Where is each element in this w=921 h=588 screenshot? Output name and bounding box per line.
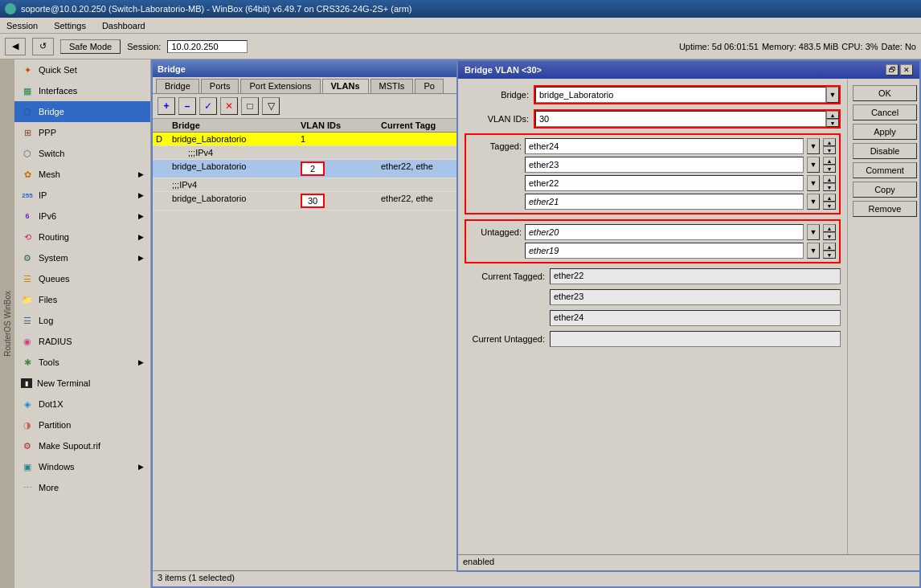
sidebar-item-mesh[interactable]: ✿ Mesh ▶ <box>14 164 150 185</box>
untagged-down-2[interactable]: ▼ <box>823 251 836 259</box>
interfaces-icon: ▦ <box>21 84 34 97</box>
untagged-down-1[interactable]: ▼ <box>823 232 836 240</box>
tab-vlans[interactable]: VLANs <box>322 79 369 93</box>
routing-icon: ⟲ <box>21 231 34 243</box>
filter-button[interactable]: ▽ <box>262 97 280 115</box>
dialog-restore-button[interactable]: 🗗 <box>886 64 898 76</box>
sidebar-item-make[interactable]: ⚙ Make Supout.rif <box>14 435 150 456</box>
tab-port-extensions[interactable]: Port Extensions <box>240 79 320 93</box>
tagged-down-2[interactable]: ▼ <box>823 165 836 173</box>
add-button[interactable]: + <box>158 97 175 115</box>
check-button[interactable]: ✓ <box>199 97 217 115</box>
cpu-text: CPU: 3% <box>841 42 878 51</box>
disable-button[interactable]: Disable <box>853 143 917 159</box>
queues-icon: ☰ <box>21 272 34 285</box>
untagged-up-2[interactable]: ▲ <box>823 243 836 251</box>
current-tagged-value-3: ether24 <box>550 310 841 326</box>
status-bar-top: Uptime: 5d 06:01:51 Memory: 483.5 MiB CP… <box>679 42 916 51</box>
tagged-up-3[interactable]: ▲ <box>823 175 836 183</box>
tagged-up-2[interactable]: ▲ <box>823 157 836 165</box>
sidebar-item-log[interactable]: ☰ Log <box>14 310 150 331</box>
sidebar-item-tools[interactable]: ✱ Tools ▶ <box>14 352 150 373</box>
vlan-ids-field-label: VLAN IDs: <box>465 114 529 124</box>
remove-button[interactable]: – <box>178 97 196 115</box>
untagged-up-1[interactable]: ▲ <box>823 224 836 232</box>
tagged-spinners-1: ▲ ▼ <box>823 138 836 154</box>
menu-session[interactable]: Session <box>3 20 41 31</box>
bridge-field-dropdown-button[interactable]: ▼ <box>826 87 839 103</box>
tab-po[interactable]: Po <box>415 79 443 93</box>
menu-settings[interactable]: Settings <box>51 20 89 31</box>
sidebar-item-bridge[interactable]: ⬡ Bridge <box>14 101 150 122</box>
sidebar-item-ppp[interactable]: ⊞ PPP <box>14 122 150 143</box>
menu-dashboard[interactable]: Dashboard <box>99 20 149 31</box>
windows-arrow-icon: ▶ <box>138 463 144 471</box>
terminal-icon: ▮ <box>21 378 32 388</box>
cancel-button[interactable]: Cancel <box>853 104 917 120</box>
tab-ports[interactable]: Ports <box>201 79 239 93</box>
tagged-up-4[interactable]: ▲ <box>823 194 836 202</box>
sidebar-item-files[interactable]: 📁 Files <box>14 289 150 310</box>
apply-button[interactable]: Apply <box>853 124 917 140</box>
untagged-dropdown-1[interactable]: ▼ <box>807 224 820 240</box>
sidebar-item-switch[interactable]: ⬡ Switch <box>14 143 150 164</box>
row2-flag <box>172 148 188 157</box>
sidebar-item-ipv6[interactable]: 6 IPv6 ▶ <box>14 206 150 227</box>
sidebar-item-more[interactable]: ⋯ More <box>14 477 150 498</box>
tagged-dropdown-2[interactable]: ▼ <box>807 157 820 173</box>
sidebar-label-switch: Switch <box>39 149 64 158</box>
tagged-row-4: ▼ ▲ ▼ <box>469 194 836 210</box>
tagged-dropdown-3[interactable]: ▼ <box>807 175 820 191</box>
tagged-input-1[interactable] <box>525 138 804 154</box>
copy-button[interactable]: □ <box>241 97 259 115</box>
tab-mstis[interactable]: MSTIs <box>370 79 414 93</box>
sidebar-item-partition[interactable]: ◑ Partition <box>14 414 150 435</box>
tagged-input-2[interactable] <box>525 157 804 173</box>
vlan-ids-input[interactable] <box>535 111 826 127</box>
mesh-icon: ✿ <box>21 168 34 181</box>
vlan-ids-up-button[interactable]: ▲ <box>826 111 839 119</box>
sidebar-item-routing[interactable]: ⟲ Routing ▶ <box>14 227 150 247</box>
sidebar-item-terminal[interactable]: ▮ New Terminal <box>14 373 150 394</box>
ok-button[interactable]: OK <box>853 85 917 101</box>
remove-action-button[interactable]: Remove <box>853 201 917 217</box>
session-input[interactable] <box>167 40 248 53</box>
tagged-down-1[interactable]: ▼ <box>823 146 836 154</box>
untagged-input-1[interactable] <box>525 224 804 240</box>
sidebar-item-dot1x[interactable]: ◈ Dot1X <box>14 394 150 414</box>
tagged-input-4[interactable] <box>525 194 804 210</box>
tagged-dropdown-4[interactable]: ▼ <box>807 194 820 210</box>
sidebar-label-dot1x: Dot1X <box>39 399 63 409</box>
back-button[interactable]: ◀ <box>5 38 26 55</box>
system-icon: ⚙ <box>21 251 34 264</box>
sidebar-item-interfaces[interactable]: ▦ Interfaces <box>14 80 150 101</box>
tagged-input-3[interactable] <box>525 175 804 191</box>
sidebar-item-radius[interactable]: ◉ RADIUS <box>14 331 150 352</box>
sidebar-item-ip[interactable]: 255 IP ▶ <box>14 185 150 206</box>
more-icon: ⋯ <box>21 481 34 494</box>
vlan-ids-down-button[interactable]: ▼ <box>826 119 839 127</box>
comment-button[interactable]: Comment <box>853 162 917 178</box>
tagged-label: Tagged: <box>469 141 522 151</box>
sidebar-item-windows[interactable]: ▣ Windows ▶ <box>14 456 150 477</box>
tagged-dropdown-1[interactable]: ▼ <box>807 138 820 154</box>
sidebar-item-queues[interactable]: ☰ Queues <box>14 268 150 289</box>
untagged-input-2[interactable] <box>525 243 804 259</box>
sidebar-label-files: Files <box>39 295 57 304</box>
safe-mode-button[interactable]: Safe Mode <box>60 39 121 54</box>
tagged-down-4[interactable]: ▼ <box>823 202 836 210</box>
tagged-up-1[interactable]: ▲ <box>823 138 836 146</box>
ipv6-icon: 6 <box>21 210 34 223</box>
sidebar-item-quick-set[interactable]: ✦ Quick Set <box>14 59 150 80</box>
untagged-dropdown-2[interactable]: ▼ <box>807 243 820 259</box>
bridge-field-input[interactable] <box>535 87 826 103</box>
cross-button[interactable]: ✕ <box>220 97 238 115</box>
forward-button[interactable]: ↺ <box>32 38 54 55</box>
row5-flag <box>156 194 172 208</box>
dialog-close-button[interactable]: ✕ <box>900 64 913 76</box>
tagged-down-3[interactable]: ▼ <box>823 183 836 191</box>
copy-action-button[interactable]: Copy <box>853 182 917 198</box>
date-text: Date: No <box>882 42 916 51</box>
sidebar-item-system[interactable]: ⚙ System ▶ <box>14 247 150 268</box>
tab-bridge[interactable]: Bridge <box>156 79 199 93</box>
